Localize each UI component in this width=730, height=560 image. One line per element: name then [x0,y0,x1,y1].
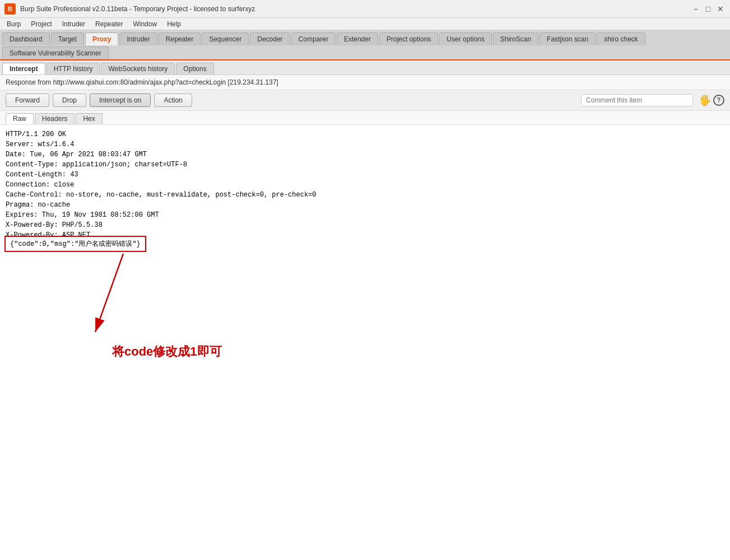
tab-decoder[interactable]: Decoder [250,32,290,45]
tab-shiroscan[interactable]: ShiroScan [493,32,538,45]
tab-shiro-check[interactable]: shiro check [597,32,645,45]
tab-project-options[interactable]: Project options [379,32,438,45]
tab-repeater[interactable]: Repeater [159,32,201,45]
action-button[interactable]: Action [154,94,192,107]
subtab-http-history[interactable]: HTTP history [47,63,100,74]
tab-comparer[interactable]: Comparer [291,32,336,45]
button-bar: Forward Drop Intercept is on Action 🖐️ ? [0,90,730,111]
menu-burp[interactable]: Burp [2,19,25,29]
main-tabs: Dashboard Target Proxy Intruder Repeater… [0,30,730,60]
tab-dashboard[interactable]: Dashboard [2,32,50,45]
tab-intruder[interactable]: Intruder [119,32,157,45]
tab-software-vulnerability-scanner[interactable]: Software Vulnerability Scanner [2,46,109,59]
view-tab-hex[interactable]: Hex [76,113,102,124]
annotation-arrow [90,254,157,343]
intercept-on-button[interactable]: Intercept is on [90,94,151,107]
burp-logo: B [4,3,16,15]
menu-intruder[interactable]: Intruder [58,19,90,29]
subtab-websockets-history[interactable]: WebSockets history [101,63,175,74]
svg-line-1 [95,254,123,332]
menu-help[interactable]: Help [162,19,185,29]
tab-proxy[interactable]: Proxy [85,32,118,45]
subtab-intercept[interactable]: Intercept [2,63,45,74]
tab-sequencer[interactable]: Sequencer [202,32,249,45]
menu-project[interactable]: Project [26,19,56,29]
colorful-hands-icon: 🖐️ [699,94,711,106]
annotation-text: 将code修改成1即可 [112,343,222,360]
title-bar-left: B Burp Suite Professional v2.0.11beta - … [4,3,255,15]
forward-button[interactable]: Forward [6,94,49,107]
view-tab-raw[interactable]: Raw [6,113,34,124]
window-title: Burp Suite Professional v2.0.11beta - Te… [20,5,255,13]
subtab-options[interactable]: Options [176,63,213,74]
intercept-panel: Response from http://www.qiahui.com:80/a… [0,75,730,560]
title-bar: B Burp Suite Professional v2.0.11beta - … [0,0,730,18]
menu-window[interactable]: Window [128,19,161,29]
comment-input[interactable] [581,94,693,106]
tab-target[interactable]: Target [51,32,84,45]
highlighted-response-box: {"code":0,"msg":"用户名或密码错误"} [4,236,146,252]
info-bar: Response from http://www.qiahui.com:80/a… [0,75,730,90]
view-tabs: Raw Headers Hex [0,111,730,125]
sub-tabs: Intercept HTTP history WebSockets histor… [0,60,730,75]
response-area[interactable]: HTTP/1.1 200 OK Server: wts/1.6.4 Date: … [0,125,730,560]
minimize-button[interactable]: − [691,4,701,14]
tab-user-options[interactable]: User options [439,32,491,45]
tab-extender[interactable]: Extender [337,32,378,45]
menu-bar: Burp Project Intruder Repeater Window He… [0,18,730,30]
help-icons: 🖐️ ? [699,94,724,106]
tab-fastjson-scan[interactable]: Fastjson scan [540,32,596,45]
response-url: Response from http://www.qiahui.com:80/a… [6,78,278,86]
drop-button[interactable]: Drop [53,94,86,107]
view-tab-headers[interactable]: Headers [35,113,75,124]
content-area: Intercept HTTP history WebSockets histor… [0,60,730,560]
maximize-button[interactable]: □ [703,4,713,14]
close-button[interactable]: ✕ [715,4,726,14]
help-button[interactable]: ? [713,95,724,106]
menu-repeater[interactable]: Repeater [91,19,127,29]
title-bar-controls: − □ ✕ [691,4,726,14]
